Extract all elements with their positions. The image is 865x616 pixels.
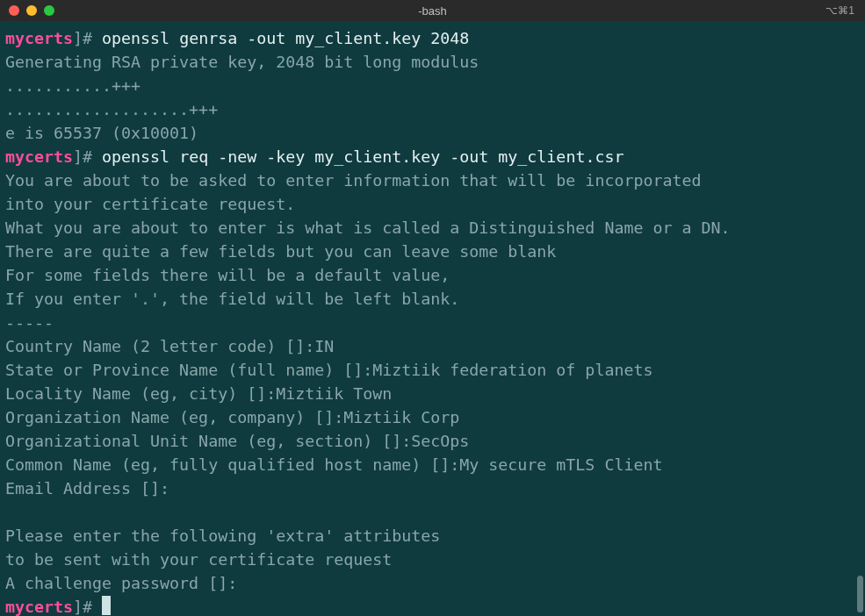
output-text: to be sent with your certificate request [5,550,392,569]
output-text: Country Name (2 letter code) []:IN [5,337,334,355]
output-text [5,503,15,521]
zoom-icon[interactable] [44,5,54,16]
terminal-line: into your certificate request. [5,192,860,216]
output-text: ----- [5,313,54,332]
terminal-line: Country Name (2 letter code) []:IN [5,334,860,358]
terminal-line [5,500,860,524]
terminal-line: If you enter '.', the field will be left… [5,287,860,311]
output-text: Email Address []: [5,479,169,498]
terminal-line: ----- [5,311,860,334]
terminal-line: to be sent with your certificate request [5,548,860,571]
traffic-lights [0,5,54,16]
terminal-line: Generating RSA private key, 2048 bit lon… [5,50,860,74]
terminal-line: Please enter the following 'extra' attri… [5,524,860,548]
output-text: into your certificate request. [5,195,295,213]
output-text: For some fields there will be a default … [5,266,450,284]
prompt-dir: mycerts [5,147,73,166]
output-text: ...................+++ [5,100,218,118]
terminal-line: ...................+++ [5,97,860,121]
output-text: There are quite a few fields but you can… [5,242,556,261]
terminal-line: There are quite a few fields but you can… [5,240,860,263]
window-pane-indicator: ⌥⌘1 [825,0,854,23]
terminal-line: ...........+++ [5,74,860,97]
output-text: e is 65537 (0x10001) [5,124,198,142]
command-text: openssl req -new -key my_client.key -out… [102,147,624,166]
output-text: Common Name (eg, fully qualified host na… [5,455,662,474]
prompt-dir: mycerts [5,598,73,616]
output-text: Organization Name (eg, company) []:Mizti… [5,408,459,426]
terminal-line: e is 65537 (0x10001) [5,121,860,145]
window-title: -bash [0,0,865,23]
command-text: openssl genrsa -out my_client.key 2048 [102,29,469,47]
terminal-line: Common Name (eg, fully qualified host na… [5,453,860,476]
prompt-dir: mycerts [5,29,73,47]
close-icon[interactable] [9,5,19,16]
terminal-line: Locality Name (eg, city) []:Miztiik Town [5,382,860,405]
output-text: State or Province Name (full name) []:Mi… [5,361,652,379]
output-text: Locality Name (eg, city) []:Miztiik Town [5,384,392,403]
window-titlebar: -bash ⌥⌘1 [0,0,865,21]
output-text: What you are about to enter is what is c… [5,218,730,237]
output-text: Organizational Unit Name (eg, section) [… [5,432,469,450]
prompt-suffix: ]# [73,147,102,166]
terminal-viewport[interactable]: mycerts]# openssl genrsa -out my_client.… [0,21,865,616]
terminal-line: State or Province Name (full name) []:Mi… [5,358,860,382]
terminal-line: A challenge password []: [5,571,860,595]
terminal-line: What you are about to enter is what is c… [5,216,860,240]
prompt-suffix: ]# [73,29,102,47]
terminal-line: mycerts]# openssl req -new -key my_clien… [5,145,860,168]
output-text: If you enter '.', the field will be left… [5,290,459,308]
output-text: A challenge password []: [5,574,237,592]
scrollbar-thumb[interactable] [857,576,863,612]
terminal-line: mycerts]# [5,595,860,616]
output-text: Generating RSA private key, 2048 bit lon… [5,53,479,71]
terminal-line: Organization Name (eg, company) []:Mizti… [5,405,860,429]
output-text: You are about to be asked to enter infor… [5,171,701,190]
terminal-line: For some fields there will be a default … [5,263,860,287]
prompt-suffix: ]# [73,598,102,616]
output-text: Please enter the following 'extra' attri… [5,526,440,545]
minimize-icon[interactable] [26,5,37,16]
output-text: ...........+++ [5,76,141,95]
terminal-line: Email Address []: [5,476,860,500]
cursor [102,596,111,615]
terminal-line: You are about to be asked to enter infor… [5,168,860,192]
terminal-line: Organizational Unit Name (eg, section) [… [5,429,860,453]
terminal-line: mycerts]# openssl genrsa -out my_client.… [5,26,860,50]
